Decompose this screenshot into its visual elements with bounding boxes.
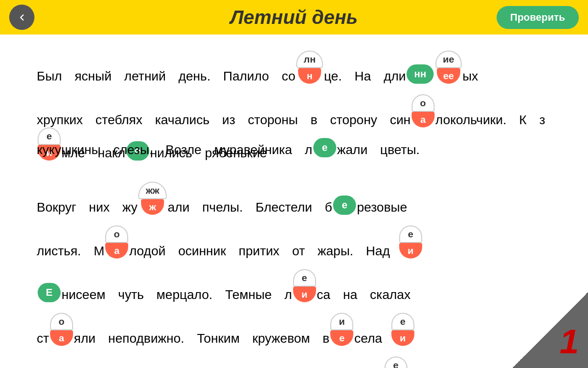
text-segment: листья. М [37,244,104,259]
text-line-3: кукушкины слезы. Возле муравейника л е ж… [37,138,551,161]
bubble-нн: нн [407,64,434,84]
text-line-7: ст о а яли неподвижно. Тонким кружевом в… [37,313,551,350]
bubble-о-а-2: о а [105,225,128,259]
bubble-е-и-5: е и [384,356,407,368]
text-segment: ст [37,331,49,346]
text-segment: кукушкины слезы. Возле муравейника л [37,143,312,157]
back-button[interactable] [9,5,34,30]
bubble-е-и-2: е и [399,225,422,259]
check-button[interactable]: Проверить [497,6,579,29]
corner-decoration: 1 [512,292,588,368]
text-segment: са на скалах [317,288,411,302]
text-segment: нисеем чуть мерцало. Темные л [62,288,292,302]
bubble-и-е: и е [330,313,353,346]
bubble-Е-green: Е [38,283,61,302]
page-number: 1 [560,322,579,361]
bubble-жж-ж: жж ж [138,182,167,215]
bubble-е-green-2: е [313,138,336,157]
text-segment: локольчики. К з [435,113,545,127]
page-title: Летний день [230,6,358,29]
header: Летний день Проверить [0,0,588,34]
text-line-4: Вокруг них жу жж ж али пчелы. Блестели б… [37,182,551,218]
bubble-е-green-3: е [333,196,356,215]
text-line-6: Е нисеем чуть мерцало. Темные л е и са н… [37,269,551,306]
bubble-о-а-3: о а [50,313,73,346]
text-segment: Был ясный летний день. Палило со [37,69,295,84]
text-line-5: листья. М о а лодой осинник притих от жа… [37,225,551,262]
bubble-лн-н: лн н [296,51,323,84]
text-segment: Вокруг них жу [37,200,137,215]
bubble-е-и-3: е и [293,269,316,302]
bubble-ие-ее: ие ее [435,51,462,84]
text-segment: жали цветы. [337,143,420,157]
bubble-о-а-1: о а [412,94,435,127]
text-line-8: паутина. В о да в реке была еще холодная… [37,356,551,368]
main-content: Был ясный летний день. Палило со лн н це… [0,37,588,368]
text-segment: це. На дли [324,69,406,84]
bubble-е-и-4: е и [391,313,414,346]
text-segment: села [354,331,382,346]
text-segment: лодой осинник притих от жары. Над [129,244,390,259]
text-segment: яли неподвижно. Тонким кружевом в [74,331,329,346]
text-segment: хрупких стеблях качались из стороны в ст… [37,113,411,127]
text-segment: али пчелы. Блестели б [168,200,332,215]
text-segment: ых [463,69,478,84]
text-line-1: Был ясный летний день. Палило со лн н це… [37,51,551,87]
text-segment: резовые [357,200,407,215]
